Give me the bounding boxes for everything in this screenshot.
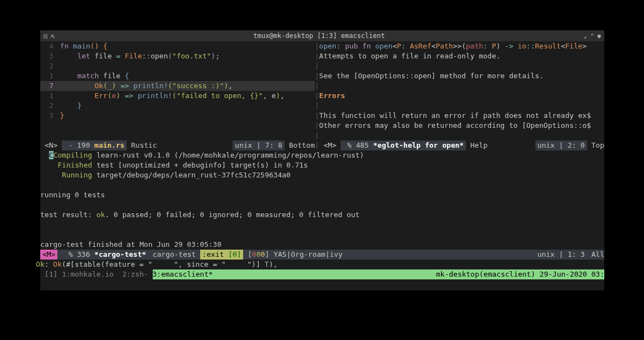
window-title: tmux@mk-desktop [1:3] emacsclient <box>55 32 583 40</box>
line-number: 2 <box>40 101 56 111</box>
doc-line: Other errors may also be returned accord… <box>319 121 591 131</box>
code-content <box>56 61 315 71</box>
minibuffer[interactable]: Ok: Ok(#[stable(feature = " ", since = "… <box>36 260 604 269</box>
line-number: 3 <box>40 51 56 61</box>
evil-marker: <N> <box>45 141 57 150</box>
code-content: match file { <box>56 71 315 81</box>
line-number: 4 <box>40 41 56 51</box>
buffer-name: main.rs <box>94 141 125 149</box>
major-mode: cargo-test <box>153 250 196 260</box>
code-content: Err(e) => println!("failed to open, {}",… <box>56 91 315 101</box>
code-content: } <box>56 101 315 111</box>
titlebar-left-icons: ▧ ⇱ <box>44 32 55 40</box>
finished-line: cargo-test finished at Mon Jun 29 03:05:… <box>40 240 604 250</box>
tmux-status: [1] 1:mohkale.io 2:zsh- 3:emacsclient* m… <box>40 269 604 279</box>
tmux-session[interactable]: [1] <box>40 269 62 279</box>
modeline-cargo: <M> % 336 *cargo-test* cargo-test :exit … <box>40 250 604 260</box>
evil-marker: <M> <box>40 250 57 260</box>
editor-area: 4 fn main() { 3 let file = File::open("f… <box>40 41 604 290</box>
line-number: 7 <box>40 81 56 91</box>
tmux-right: mk-desktop(emacsclient) 29-Jun-2020 03: <box>436 269 604 279</box>
code-content: Ok(_) => println!("success :)"), <box>56 81 315 91</box>
ml-left: <N> - 190 main.rs Rustic unix | 7: 8 Bot… <box>40 141 315 150</box>
doc-line: Attempts to open a file in read-only mod… <box>319 51 501 61</box>
buffer-name: *eglot-help for open* <box>373 141 464 149</box>
tmux-window[interactable]: 2:zsh- <box>122 269 153 279</box>
code-content: } <box>56 111 315 121</box>
titlebar-right-icons: ⌄ ⌃ ⊗ <box>583 33 601 40</box>
terminal-window: ▧ ⇱ tmux@mk-desktop [1:3] emacsclient ⌄ … <box>40 30 604 290</box>
compile-label: Compiling <box>53 151 92 159</box>
line-number: 1 <box>40 91 56 101</box>
maximize-icon[interactable]: ⌃ <box>591 33 594 40</box>
app-icon: ▧ <box>44 32 47 40</box>
evil-marker: <M> <box>324 141 336 150</box>
compilation-pane[interactable]: CCompiling learn-rust v0.1.0 (/home/mohk… <box>40 150 604 250</box>
titlebar: ▧ ⇱ tmux@mk-desktop [1:3] emacsclient ⌄ … <box>40 30 604 41</box>
modeline-row: <N> - 190 main.rs Rustic unix | 7: 8 Bot… <box>40 141 604 150</box>
tmux-window[interactable]: 1:mohkale.io <box>62 269 122 279</box>
code-content: fn main() { <box>56 41 315 51</box>
buffer-name: *cargo-test* <box>94 250 146 258</box>
top-split: 4 fn main() { 3 let file = File::open("f… <box>40 41 604 141</box>
doc-line: See the [OpenOptions::open] method for m… <box>319 71 544 81</box>
help-pane[interactable]: |open: pub fn open<P: AsRef<Path>>(path:… <box>315 41 604 141</box>
doc-line: This function will return an error if pa… <box>319 111 591 121</box>
code-pane[interactable]: 4 fn main() { 3 let file = File::open("f… <box>40 41 315 141</box>
minimize-icon[interactable]: ⌄ <box>583 33 587 40</box>
ml-right: <M> % 485 *eglot-help for open* Help uni… <box>319 141 604 150</box>
finished-label: Finished <box>57 161 92 169</box>
tmux-window-active[interactable]: 3:emacsclient* <box>153 269 213 279</box>
running-label: Running <box>62 171 92 179</box>
close-icon[interactable]: ⊗ <box>597 33 601 40</box>
doc-errors-heading: Errors <box>319 91 345 101</box>
line-number: 2 <box>40 61 56 71</box>
running-tests: running 0 tests <box>40 190 604 200</box>
line-number: 3 <box>40 111 56 121</box>
major-mode: Help <box>470 141 487 150</box>
code-content: let file = File::open("foo.txt"); <box>56 51 315 61</box>
pin-icon[interactable]: ⇱ <box>51 32 55 40</box>
exit-badge: :exit [0] <box>200 250 243 260</box>
line-number: 1 <box>40 71 56 81</box>
doc-line: open: pub fn open<P: AsRef<Path>>(path: … <box>319 41 587 51</box>
major-mode: Rustic <box>131 141 157 150</box>
